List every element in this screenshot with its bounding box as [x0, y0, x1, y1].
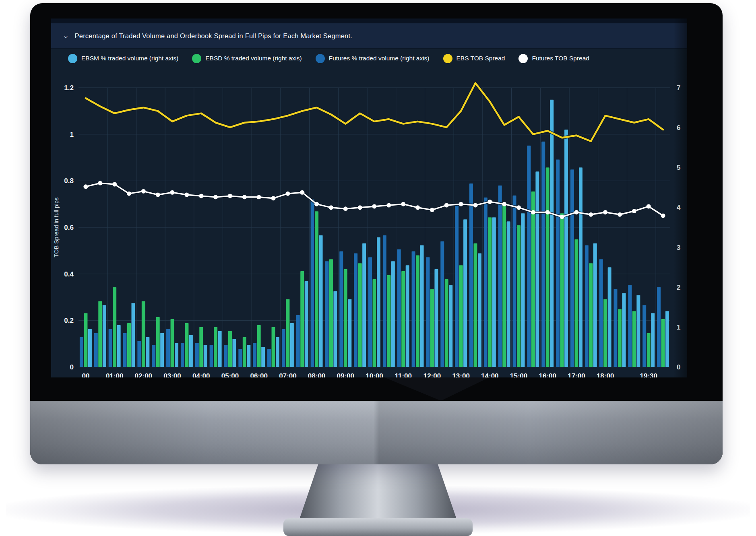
- bar-futures-08:00: [311, 200, 314, 367]
- bar-futures-00:30: [94, 333, 98, 367]
- bar-ebsm-02:30: [160, 333, 164, 367]
- bar-futures-14:30: [498, 186, 502, 367]
- bar-futures-10:00: [368, 257, 372, 367]
- bar-ebsm-01:30: [131, 303, 135, 367]
- bar-ebsm-05:30: [247, 345, 250, 367]
- bar-futures-19:30: [642, 305, 646, 367]
- marker-14:30: [502, 202, 506, 206]
- bar-ebsm-08:30: [333, 291, 337, 367]
- bar-futures-03:30: [181, 343, 184, 367]
- screen: ⌄ Percentage of Traded Volume and Orderb…: [51, 19, 687, 377]
- bar-ebsm-18:00: [608, 267, 611, 367]
- legend-item-1[interactable]: EBSD % traded volume (right axis): [192, 54, 302, 63]
- chevron-down-icon[interactable]: ⌄: [62, 32, 69, 39]
- bar-ebsm-11:00: [406, 265, 409, 367]
- x-axis-tick: 00: [82, 372, 89, 377]
- bar-ebsm-18:30: [622, 293, 626, 367]
- marker-03:00: [170, 190, 175, 195]
- panel-title: Percentage of Traded Volume and Orderboo…: [75, 32, 353, 40]
- bar-futures-03:00: [166, 329, 170, 367]
- bar-ebsd-19:30: [647, 333, 651, 367]
- monitor-chin: [30, 401, 723, 464]
- legend-swatch-icon: [68, 54, 77, 63]
- left-axis-tick: 0: [70, 363, 74, 371]
- x-axis-tick: 15:00: [510, 372, 527, 377]
- bar-ebsd-03:30: [185, 323, 188, 367]
- bar-futures-13:00: [455, 205, 459, 367]
- bar-futures-19:00: [628, 285, 632, 367]
- bezel-reflection: [384, 377, 489, 401]
- marker-05:30: [242, 195, 247, 199]
- legend-item-2[interactable]: Futures % traded volume (right axis): [316, 54, 430, 63]
- bar-ebsm-13:30: [478, 253, 481, 367]
- left-axis-tick: 0.2: [64, 317, 74, 324]
- legend-swatch-icon: [518, 54, 528, 63]
- x-axis-tick: 09:00: [337, 372, 354, 377]
- bar-futures-11:30: [412, 251, 415, 367]
- marker-11:30: [415, 205, 420, 210]
- marker-18:30: [618, 212, 622, 217]
- legend-item-0[interactable]: EBSM % traded volume (right axis): [68, 54, 178, 63]
- bar-ebsd-07:00: [286, 299, 289, 367]
- marker-00:00: [83, 184, 88, 189]
- x-axis-tick: 11:00: [395, 372, 412, 377]
- bar-futures-06:00: [253, 343, 256, 367]
- bar-ebsd-07:30: [300, 271, 304, 367]
- legend-item-4[interactable]: Futures TOB Spread: [518, 54, 589, 63]
- bar-ebsd-14:30: [502, 204, 506, 367]
- x-axis-tick: 16:00: [539, 372, 556, 377]
- marker-10:30: [386, 203, 391, 208]
- bar-futures-01:30: [123, 333, 126, 367]
- x-axis-tick: 13:00: [452, 372, 469, 377]
- bar-ebsm-12:00: [434, 269, 438, 367]
- bar-futures-12:30: [440, 241, 444, 367]
- bar-futures-02:30: [152, 345, 155, 367]
- bar-ebsd-04:00: [199, 327, 203, 367]
- legend-label: Futures TOB Spread: [532, 55, 589, 62]
- bar-ebsm-05:00: [232, 339, 236, 367]
- marker-06:30: [271, 196, 276, 200]
- bar-ebsm-14:00: [492, 217, 496, 367]
- marker-08:30: [329, 205, 333, 210]
- bar-ebsm-00:30: [103, 305, 106, 367]
- bar-ebsd-12:00: [430, 289, 434, 367]
- bar-ebsm-16:30: [564, 130, 568, 367]
- bar-ebsm-15:30: [535, 171, 539, 367]
- legend-swatch-icon: [192, 54, 201, 63]
- bar-futures-15:00: [513, 196, 516, 367]
- bar-futures-14:00: [484, 198, 487, 367]
- legend-swatch-icon: [316, 54, 325, 63]
- bar-ebsd-06:00: [257, 325, 261, 367]
- bar-ebsd-12:30: [445, 279, 448, 367]
- legend-item-3[interactable]: EBS TOB Spread: [443, 54, 505, 63]
- marker-17:30: [589, 212, 593, 217]
- marker-02:00: [141, 189, 146, 194]
- legend-label: EBS TOB Spread: [456, 55, 505, 62]
- bar-ebsd-09:30: [358, 263, 362, 367]
- bar-ebsm-10:30: [391, 261, 395, 367]
- bar-ebsd-13:30: [473, 243, 477, 367]
- left-axis-tick: 0.4: [64, 270, 74, 278]
- bar-ebsd-05:00: [228, 331, 232, 367]
- marker-08:00: [314, 202, 319, 206]
- bar-ebsd-15:00: [517, 225, 521, 367]
- bar-ebsd-11:00: [401, 271, 405, 367]
- left-axis-tick: 0.6: [64, 224, 74, 231]
- bar-futures-10:30: [383, 235, 386, 367]
- marker-11:00: [401, 202, 405, 206]
- right-axis-tick: 7: [677, 84, 680, 92]
- bar-futures-11:00: [397, 249, 401, 367]
- bar-ebsm-03:00: [175, 343, 178, 367]
- bar-futures-18:30: [614, 289, 618, 367]
- marker-13:30: [473, 203, 477, 208]
- right-axis-tick: 0: [677, 363, 680, 371]
- marker-12:30: [444, 203, 449, 208]
- bar-ebsm-20:00: [665, 311, 669, 367]
- bar-ebsd-05:30: [243, 337, 246, 367]
- bar-ebsd-19:00: [632, 311, 636, 367]
- right-axis-tick: 3: [677, 244, 680, 252]
- marker-16:30: [560, 214, 564, 219]
- bar-ebsd-08:30: [329, 259, 333, 367]
- bar-ebsd-00:00: [84, 313, 87, 367]
- right-axis-tick: 1: [677, 324, 680, 331]
